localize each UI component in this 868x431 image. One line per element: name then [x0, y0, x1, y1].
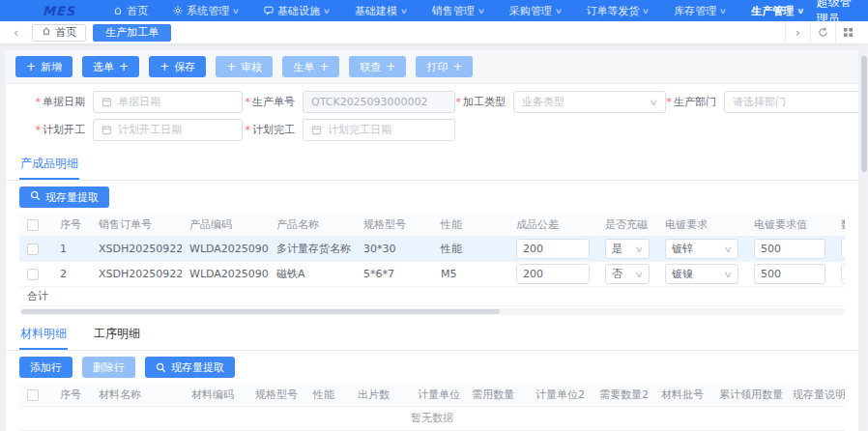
vscroll-thumb[interactable] [861, 56, 867, 172]
calendar-icon [311, 125, 322, 135]
审核-button[interactable]: +审核 [216, 56, 273, 77]
column-header: 规格型号 [356, 214, 433, 237]
tab-材料明细[interactable]: 材料明细 [19, 321, 68, 350]
row-checkbox[interactable] [27, 269, 39, 280]
calendar-icon [101, 125, 112, 135]
打印-button[interactable]: 打印+ [416, 56, 473, 77]
chevron-down-icon: ∨ [650, 98, 659, 107]
field-prod-dept: *生产部门请选择部门∨ [666, 91, 858, 113]
生单-button[interactable]: 生单+ [282, 56, 339, 77]
添加行-button[interactable]: 添加行 [19, 357, 72, 378]
删除行-button[interactable]: 删除行 [82, 357, 135, 378]
chevron-down-icon: ∨ [635, 244, 645, 254]
plan-start-input[interactable]: 计划开工日期 [93, 119, 243, 141]
tab-product-detail[interactable]: 产成品明细 [19, 151, 79, 180]
table-row: 2XSDH2025092200286WLDA2025090900023磁铁A5*… [19, 262, 845, 287]
home-icon [42, 26, 51, 39]
plating_value-input[interactable]: 500 [754, 239, 825, 259]
nav-item[interactable]: 订单等发货∨ [573, 0, 661, 21]
material-table-wrap: 序号材料名称材料编码规格型号性能出片数计量单位需用数量计量单位2需要数量2材料批… [19, 384, 845, 407]
field-process-type: *加工类型业务类型∨ [455, 91, 666, 113]
chevron-down-icon: ∨ [724, 244, 734, 254]
column-header: 产品名称 [269, 214, 356, 237]
layout-grid-icon[interactable] [835, 21, 860, 43]
hscroll-thumb[interactable] [21, 309, 500, 314]
nav-menu: 首页系统管理∨基础设施∨基础建模∨销售管理∨采购管理∨订单等发货∨库存管理∨生产… [101, 0, 817, 21]
新增-button[interactable]: +新增 [15, 56, 72, 77]
nav-item[interactable]: 销售管理∨ [420, 0, 497, 21]
row-checkbox[interactable] [27, 244, 39, 255]
field-doc-date: *单据日期单据日期 [19, 91, 243, 113]
nav-item[interactable]: 库存管理∨ [661, 0, 738, 21]
联查-button[interactable]: 联查+ [349, 56, 406, 77]
qty-input[interactable]: 1 [841, 264, 845, 284]
material-actions: 添加行删除行现存量提取 [6, 351, 858, 384]
qty-input[interactable]: 5 [841, 239, 845, 259]
calendar-icon [101, 97, 112, 107]
nav-item[interactable]: 基础设施∨ [251, 0, 342, 21]
nav-item[interactable]: 生产管理∨ [738, 0, 817, 21]
product-table: 序号销售订单号产品编码产品名称规格型号性能成品公差是否充磁电镀要求电镀要求值数量… [19, 214, 845, 305]
product-table-wrap: 序号销售订单号产品编码产品名称规格型号性能成品公差是否充磁电镀要求电镀要求值数量… [19, 214, 845, 306]
column-header: 计量单位2 [528, 384, 592, 407]
plan-finish-input[interactable]: 计划完工日期 [303, 119, 455, 141]
field-plan-finish: *计划完工计划完工日期 [243, 119, 455, 141]
tabs-scroll-left-icon[interactable]: ‹ [8, 25, 24, 40]
现存量提取-button[interactable]: 现存量提取 [145, 357, 235, 378]
gear-icon [173, 6, 183, 15]
main-panel: +新增选单++保存+审核生单+联查+打印+ *单据日期单据日期*生产单号QTCK… [6, 50, 858, 431]
保存-button[interactable]: +保存 [149, 56, 206, 77]
doc-date-input[interactable]: 单据日期 [93, 91, 243, 113]
product-table-hscrollbar[interactable] [19, 308, 845, 315]
column-header: 计量单位 [410, 384, 464, 407]
plating-select[interactable]: 镀镍∨ [665, 264, 738, 284]
tab-home[interactable]: 首页 [32, 24, 86, 42]
选单-button[interactable]: 选单+ [82, 56, 139, 77]
plus-icon: + [319, 60, 329, 73]
plus-icon: + [119, 60, 129, 73]
tabbar-tools: › [785, 21, 860, 43]
tabs-scroll-right-icon[interactable]: › [785, 21, 810, 43]
home-icon [113, 6, 123, 15]
plus-icon: + [452, 60, 462, 73]
magnetize-select[interactable]: 是∨ [605, 239, 650, 259]
tab-工序明细[interactable]: 工序明细 [93, 321, 141, 350]
column-header: 序号 [52, 384, 91, 407]
empty-state: 暂无数据 [19, 407, 845, 431]
column-header: 材料名称 [91, 384, 184, 407]
app-logo: MES [43, 4, 75, 18]
select-all-checkbox[interactable] [27, 389, 39, 401]
prod-no-input[interactable]: QTCK2025093000002 [303, 91, 455, 113]
column-header: 材料批号 [653, 384, 711, 407]
nav-item[interactable]: 基础建模∨ [342, 0, 420, 21]
column-header: 性能 [305, 384, 350, 407]
prod-dept-input[interactable]: 请选择部门∨ [724, 91, 858, 113]
column-header: 序号 [52, 214, 91, 237]
page-tabbar: ‹ 首页 生产加工单 › [0, 21, 868, 44]
search-icon [30, 190, 41, 204]
product-section-tabs: 产成品明细 [6, 149, 858, 181]
select-all-checkbox[interactable] [27, 219, 39, 231]
column-header: 出片数 [350, 384, 410, 407]
page-vscrollbar[interactable] [860, 44, 868, 431]
process-type-input[interactable]: 业务类型∨ [513, 91, 666, 113]
chevron-down-icon: ∨ [796, 7, 805, 15]
plus-icon: + [226, 60, 236, 73]
stock-extract-button[interactable]: 现存量提取 [19, 187, 109, 208]
nav-item[interactable]: 系统管理∨ [160, 0, 251, 21]
magnetize-select[interactable]: 否∨ [605, 264, 650, 284]
plating_value-input[interactable]: 500 [754, 264, 825, 284]
column-header: 电镀要求 [657, 214, 746, 237]
tab-production-order[interactable]: 生产加工单 [93, 24, 171, 42]
tolerance-input[interactable]: 200 [516, 239, 590, 259]
chevron-down-icon: ∨ [400, 7, 408, 15]
order-form: *单据日期单据日期*生产单号QTCK2025093000002*加工类型业务类型… [6, 84, 858, 149]
refresh-icon[interactable] [810, 21, 835, 43]
nav-item[interactable]: 首页 [101, 0, 160, 21]
plus-icon: + [159, 60, 169, 73]
tolerance-input[interactable]: 200 [516, 264, 590, 284]
summary-row: 合计 [19, 287, 845, 306]
nav-item[interactable]: 采购管理∨ [497, 0, 574, 21]
chevron-down-icon: ∨ [642, 7, 650, 15]
plating-select[interactable]: 镀锌∨ [665, 239, 738, 259]
